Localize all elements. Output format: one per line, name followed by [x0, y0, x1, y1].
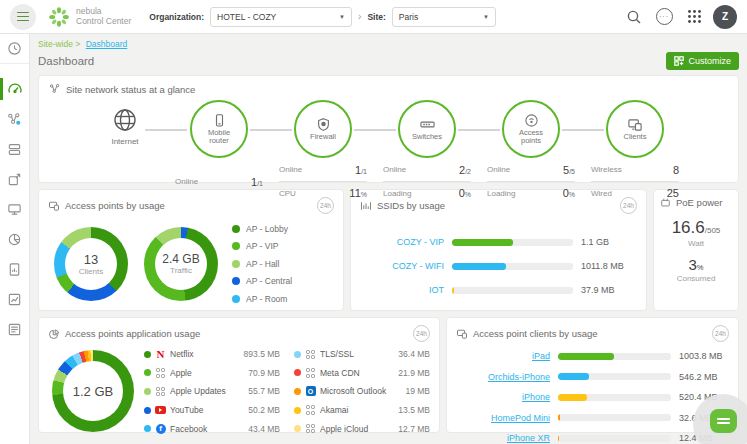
generic-app-icon	[306, 368, 316, 378]
app-color-dot	[144, 369, 151, 376]
usage-bar-track	[558, 435, 671, 442]
application-donut-chart: 1.2 GB	[52, 350, 134, 432]
generic-app-icon	[306, 424, 316, 434]
legend-item: AP - VIP	[232, 238, 292, 256]
globe-icon	[111, 106, 139, 134]
legend-color-dot	[232, 225, 240, 233]
ssid-usage-panel: SSIDs by usage 24h COZY - VIP 1.1 GB COZ…	[350, 189, 647, 311]
legend-color-dot	[232, 295, 240, 303]
brand: nebula Control Center	[48, 6, 131, 28]
main-content: Site-wide > Dashboard Dashboard Customiz…	[30, 34, 747, 444]
usage-bar-track	[558, 353, 671, 360]
app-usage-row: Apple 70.9 MB	[144, 364, 280, 383]
chevron-down-icon: ▼	[339, 14, 345, 20]
app-usage-row: YouTube 50.2 MB	[144, 401, 280, 420]
node-clients[interactable]: Clients	[606, 100, 664, 158]
time-range-badge[interactable]: 24h	[413, 325, 430, 342]
chat-bubble-icon	[710, 409, 737, 433]
topology-icon	[49, 83, 61, 95]
youtube-icon	[155, 406, 166, 414]
sidebar-item-analytics[interactable]	[0, 284, 29, 314]
app-color-dot	[294, 351, 301, 358]
app-color-dot	[144, 425, 151, 432]
node-mobile-router[interactable]: Mobilerouter	[190, 100, 248, 158]
clients-icon	[627, 117, 643, 132]
usage-row-link[interactable]: HomePod Mini	[456, 413, 558, 423]
status-stat-row: Loading 0%	[383, 181, 471, 204]
sidebar-item-logs[interactable]	[0, 314, 29, 344]
node-access-points[interactable]: Accesspoints	[502, 100, 560, 158]
sidebar-item-pie-summary[interactable]	[0, 224, 29, 254]
usage-row-link[interactable]: iPhone	[456, 392, 558, 402]
organization-label: Organization:	[149, 12, 204, 22]
sidebar-item-report[interactable]	[0, 254, 29, 284]
site-label: Site:	[367, 12, 385, 22]
usage-bar-track	[558, 394, 671, 401]
facebook-icon: f	[156, 424, 166, 434]
app-color-dot	[294, 407, 301, 414]
usage-bar-track	[558, 373, 671, 380]
app-color-dot	[294, 388, 301, 395]
usage-bar-fill	[452, 287, 454, 294]
usage-bar-fill	[452, 263, 506, 270]
status-stat-row: Loading 0%	[487, 181, 575, 204]
sidebar-item-map[interactable]	[0, 194, 29, 224]
connector-line	[145, 129, 187, 131]
internet-label: Internet	[95, 137, 155, 146]
usage-row-link[interactable]: iPhone XR	[456, 433, 558, 443]
search-icon[interactable]	[623, 6, 645, 28]
usage-bar-fill	[558, 373, 589, 380]
nebula-logo-icon	[48, 6, 70, 28]
sidebar-item-dashboard[interactable]	[0, 74, 29, 104]
clients-icon	[456, 328, 468, 340]
sidebar-item-clients[interactable]	[0, 164, 29, 194]
app-color-dot	[144, 351, 151, 358]
traffic-donut-chart: 2.4 GBTraffic	[144, 227, 218, 301]
usage-row-link[interactable]: COZY - VIP	[360, 237, 452, 247]
access-point-icon	[48, 200, 60, 212]
application-usage-panel: Access points application usage 24h 1.2 …	[38, 317, 440, 433]
poe-watt-value: 16.6/505	[660, 218, 732, 238]
organization-select[interactable]: HOTEL - COZY▼	[210, 7, 352, 27]
usage-bar-track	[452, 263, 573, 270]
site-select[interactable]: Paris▼	[392, 7, 496, 27]
node-firewall[interactable]: Firewall	[294, 100, 352, 158]
switch-icon	[419, 117, 436, 132]
user-avatar[interactable]: Z	[713, 5, 737, 29]
phone-icon	[212, 113, 227, 128]
time-range-badge[interactable]: 24h	[712, 325, 729, 342]
usage-bar-row: COZY - WIFI 1011.8 MB	[360, 254, 637, 278]
usage-bar-track	[452, 239, 573, 246]
usage-row-value: 1.1 GB	[573, 237, 637, 247]
apps-grid-icon[interactable]	[683, 6, 705, 28]
sidebar-item-devices[interactable]	[0, 134, 29, 164]
network-diagram: Internet Mobilerouter Online 1/1 Firewal…	[49, 100, 728, 182]
node-switches[interactable]: Switches	[398, 100, 456, 158]
top-bar: nebula Control Center Organization: HOTE…	[0, 0, 747, 34]
ap-usage-title: Access points by usage	[65, 200, 165, 211]
poe-watt-unit: Watt	[660, 239, 732, 248]
app-usage-row: N Netflix 893.5 MB	[144, 345, 280, 364]
sidebar-item-site-clock[interactable]	[0, 34, 29, 64]
customize-button[interactable]: Customize	[666, 52, 739, 70]
usage-row-link[interactable]: iPad	[456, 351, 558, 361]
connector-line	[354, 129, 396, 131]
usage-row-link[interactable]: COZY - WIFI	[360, 261, 452, 271]
usage-row-value: 1011.8 MB	[573, 261, 637, 271]
help-more-icon[interactable]: ···	[653, 6, 675, 28]
sidebar-item-topology[interactable]	[0, 104, 29, 134]
chat-support-button[interactable]	[693, 394, 747, 444]
usage-bar-fill	[558, 394, 587, 401]
breadcrumb-current-link[interactable]: Dashboard	[86, 39, 128, 49]
app-usage-row: Akamai 13.5 MB	[294, 401, 430, 420]
usage-row-link[interactable]: IOT	[360, 285, 452, 295]
usage-row-value: 546.2 MB	[671, 372, 729, 382]
usage-row-link[interactable]: Orchids-iPhone	[456, 372, 558, 382]
connector-line	[250, 129, 292, 131]
usage-bar-row: iPad 1003.8 MB	[456, 346, 729, 367]
status-stat-row: Online 1/1	[279, 158, 367, 181]
legend-color-dot	[232, 242, 240, 250]
shield-icon	[316, 117, 331, 132]
ap-usage-panel: Access points by usage 24h 13Clients 2.4…	[38, 189, 344, 311]
hamburger-menu-icon[interactable]	[10, 4, 36, 30]
